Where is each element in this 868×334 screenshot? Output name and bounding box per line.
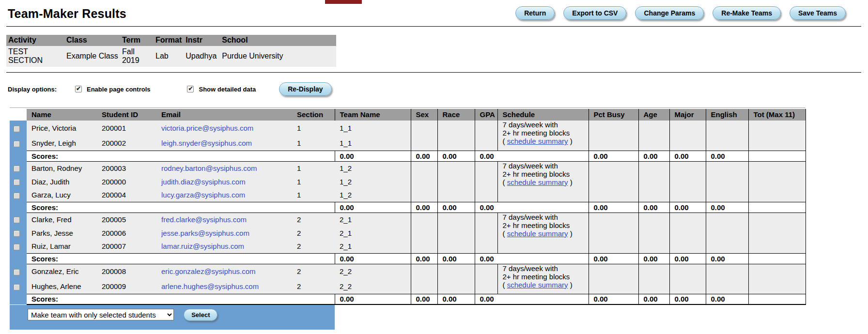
member-email-link[interactable]: judith.diaz@sysiphus.com: [161, 178, 246, 186]
member-age-cell: [638, 136, 669, 151]
member-row: Snyder, Leigh200002leigh.snyder@sysiphus…: [10, 136, 806, 151]
member-checkbox-cell: [10, 240, 27, 253]
member-email-link[interactable]: lamar.ruiz@sysiphus.com: [161, 242, 244, 250]
term-value: Fall 2019: [120, 46, 154, 67]
member-email-cell: eric.gonzalez@sysiphus.com: [156, 264, 292, 279]
select-button[interactable]: Select: [184, 309, 217, 321]
schedule-summary-link[interactable]: schedule summary: [507, 137, 568, 145]
schedule-summary-link[interactable]: schedule summary: [507, 281, 568, 289]
activity-header: Activity: [6, 35, 64, 46]
scores-age: 0.00: [638, 202, 669, 213]
member-team-cell: 1_2: [335, 161, 411, 175]
member-gpa-cell: [475, 213, 497, 226]
scores-age: 0.00: [638, 253, 669, 264]
scores-pct-busy: 0.00: [589, 202, 638, 213]
member-age-cell: [638, 188, 669, 202]
member-age-cell: [638, 264, 669, 279]
class-header: Class: [64, 35, 120, 46]
member-major-cell: [669, 161, 706, 175]
member-major-cell: [669, 226, 706, 240]
redisplay-button[interactable]: Re-Display: [279, 82, 331, 96]
member-sex-cell: [411, 279, 437, 294]
top-red-fragment: [325, 0, 362, 4]
member-email-link[interactable]: lucy.garza@sysiphus.com: [161, 191, 245, 199]
scores-race: 0.00: [437, 294, 475, 304]
member-sex-cell: [411, 136, 437, 151]
member-email-cell: leigh.snyder@sysiphus.com: [156, 136, 292, 151]
member-email-link[interactable]: arlene.hughes@sysiphus.com: [161, 282, 259, 290]
member-race-cell: [437, 188, 475, 202]
member-name-cell: Hughes, Arlene: [27, 279, 97, 294]
member-checkbox[interactable]: [14, 193, 20, 199]
toolbar: Return Export to CSV Change Params Re-Ma…: [515, 6, 846, 20]
schedule-summary-link[interactable]: schedule summary: [507, 229, 568, 238]
team-action-dropdown[interactable]: Make team with only selected students: [28, 309, 174, 320]
member-sex-cell: [411, 240, 437, 253]
scores-tot: [748, 253, 806, 264]
member-email-cell: lucy.garza@sysiphus.com: [156, 188, 292, 202]
member-email-link[interactable]: jesse.parks@sysiphus.com: [161, 229, 249, 237]
member-email-link[interactable]: eric.gonzalez@sysiphus.com: [161, 267, 255, 275]
member-pct-busy-cell: [589, 213, 638, 226]
scores-checkbox-cell: [10, 294, 27, 304]
member-pct-busy-cell: [589, 240, 638, 253]
scores-major: 0.00: [669, 202, 706, 213]
member-major-cell: [669, 240, 706, 253]
member-sex-cell: [411, 226, 437, 240]
member-email-link[interactable]: rodney.barton@sysiphus.com: [161, 164, 257, 172]
results-table: Name Student ID Email Section Team Name …: [10, 109, 806, 330]
team-name-header: Team Name: [335, 109, 411, 121]
member-checkbox[interactable]: [14, 166, 20, 172]
member-checkbox[interactable]: [14, 284, 20, 290]
member-checkbox[interactable]: [14, 217, 20, 223]
member-row: Price, Victoria200001victoria.price@sysi…: [10, 121, 806, 136]
scores-pct-busy: 0.00: [589, 253, 638, 264]
remake-teams-button[interactable]: Re-Make Teams: [713, 6, 781, 20]
member-pct-busy-cell: [589, 121, 638, 136]
member-checkbox[interactable]: [14, 126, 20, 132]
gpa-header: GPA: [475, 109, 497, 121]
results-table-section: Name Student ID Email Section Team Name …: [10, 107, 868, 330]
member-checkbox[interactable]: [14, 230, 20, 237]
member-email-link[interactable]: victoria.price@sysiphus.com: [161, 124, 253, 132]
member-section-cell: 1: [292, 188, 335, 202]
enable-page-controls-checkbox[interactable]: [75, 86, 82, 92]
member-team-cell: 2_1: [335, 240, 411, 253]
member-race-cell: [437, 226, 475, 240]
member-tot-cell: [748, 279, 806, 294]
show-detailed-data-checkbox[interactable]: [187, 86, 194, 92]
member-race-cell: [437, 240, 475, 253]
class-value: Example Class: [64, 46, 120, 67]
member-checkbox[interactable]: [14, 244, 20, 250]
save-teams-button[interactable]: Save Teams: [790, 6, 846, 20]
export-csv-button[interactable]: Export to CSV: [563, 6, 626, 20]
scores-row: Scores:0.000.000.000.000.000.000.000.00: [10, 202, 806, 213]
member-name-cell: Garza, Lucy: [27, 188, 97, 202]
term-header: Term: [120, 35, 154, 46]
scores-sex: 0.00: [411, 294, 437, 304]
change-params-button[interactable]: Change Params: [635, 6, 704, 20]
member-email-link[interactable]: leigh.snyder@sysiphus.com: [161, 139, 252, 147]
scores-age: 0.00: [638, 151, 669, 161]
member-checkbox[interactable]: [14, 141, 20, 147]
scores-english: 0.00: [706, 151, 748, 161]
member-checkbox[interactable]: [14, 269, 20, 275]
activity-header-row: Activity Class Term Format Instr School: [6, 35, 336, 46]
member-row: Garza, Lucy200004lucy.garza@sysiphus.com…: [10, 188, 806, 202]
member-checkbox[interactable]: [14, 179, 20, 185]
member-name-cell: Diaz, Judith: [27, 175, 97, 188]
member-english-cell: [706, 226, 748, 240]
schedule-summary-link[interactable]: schedule summary: [507, 178, 568, 186]
format-value: Lab: [154, 46, 184, 67]
member-gpa-cell: [475, 240, 497, 253]
member-english-cell: [706, 188, 748, 202]
member-sex-cell: [411, 175, 437, 188]
member-team-cell: 1_1: [335, 136, 411, 151]
return-button[interactable]: Return: [515, 6, 555, 20]
member-row: Gonzalez, Eric200008eric.gonzalez@sysiph…: [10, 264, 806, 279]
pct-busy-header: Pct Busy: [589, 109, 638, 121]
member-email-link[interactable]: fred.clarke@sysiphus.com: [161, 215, 247, 224]
member-gpa-cell: [475, 264, 497, 279]
member-tot-cell: [748, 121, 806, 136]
member-english-cell: [706, 121, 748, 136]
